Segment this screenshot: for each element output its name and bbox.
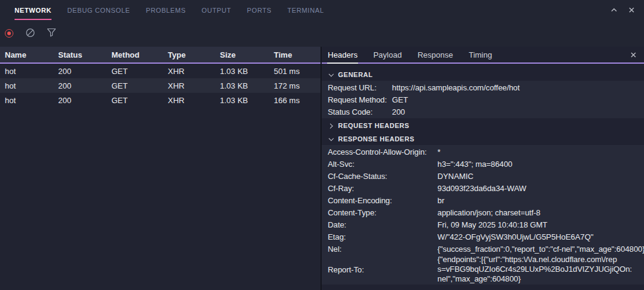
header-name: Date: xyxy=(328,220,437,229)
header-value: W/"422-OFgVyjSW3h0UjwL/G5P5HoE6A7Q" xyxy=(437,232,644,241)
table-cell: 200 xyxy=(58,81,111,90)
table-header-row: NameStatusMethodTypeSizeTime xyxy=(0,47,320,64)
maximize-panel-button[interactable] xyxy=(610,6,618,14)
close-panel-button[interactable] xyxy=(628,6,636,14)
record-button[interactable] xyxy=(4,29,14,38)
header-row: Nel:{"success_fraction":0,"report_to":"c… xyxy=(322,243,644,255)
header-value: br xyxy=(437,196,644,205)
requests-table: NameStatusMethodTypeSizeTime hot200GETXH… xyxy=(0,47,322,290)
header-row: Content-Encoding:br xyxy=(322,194,644,206)
header-row: Alt-Svc:h3=":443"; ma=86400 xyxy=(322,158,644,170)
section-title: REQUEST HEADERS xyxy=(338,122,410,129)
table-row[interactable]: hot200GETXHR1.03 KB172 ms xyxy=(0,78,320,93)
header-name: Cf-Cache-Status: xyxy=(328,172,437,181)
panel-actions xyxy=(610,0,636,20)
header-name: Access-Control-Allow-Origin: xyxy=(328,147,437,157)
details-tab-response[interactable]: Response xyxy=(417,47,454,64)
tab-problems[interactable]: PROBLEMS xyxy=(146,0,186,20)
header-row: Request Method:GET xyxy=(322,93,644,106)
section-header-general[interactable]: GENERAL xyxy=(322,68,644,81)
header-value: 200 xyxy=(392,107,644,116)
details-tabs: HeadersPayloadResponseTiming xyxy=(327,47,507,62)
header-name: Cf-Ray: xyxy=(328,184,437,193)
table-cell: GET xyxy=(111,96,168,105)
tab-terminal[interactable]: TERMINAL xyxy=(287,0,324,20)
circle-slash-icon xyxy=(25,28,35,39)
tab-ports[interactable]: PORTS xyxy=(247,0,272,20)
table-cell: 172 ms xyxy=(274,81,320,90)
header-row: Report-To:{"endpoints":[{"url":"https:\/… xyxy=(322,255,644,284)
section-title: GENERAL xyxy=(338,71,373,78)
header-value: * xyxy=(437,147,644,157)
table-cell: 1.03 KB xyxy=(220,81,274,90)
header-value: {"success_fraction":0,"report_to":"cf-ne… xyxy=(437,244,644,254)
record-icon xyxy=(5,29,13,38)
details-tab-headers[interactable]: Headers xyxy=(327,47,358,64)
header-value-line: nel","max_age":604800} xyxy=(437,274,644,284)
close-icon xyxy=(629,51,637,59)
table-cell: 1.03 KB xyxy=(220,67,274,76)
header-row: Cf-Cache-Status:DYNAMIC xyxy=(322,170,644,182)
header-row: Request URL:https://api.sampleapis.com/c… xyxy=(322,81,644,93)
column-header-type: Type xyxy=(168,50,220,59)
table-cell: 501 ms xyxy=(274,67,320,76)
column-header-status: Status xyxy=(58,50,111,59)
header-value: {"endpoints":[{"url":"https:\/\/a.nel.cl… xyxy=(437,255,644,284)
close-details-button[interactable] xyxy=(629,47,637,62)
table-cell: 166 ms xyxy=(274,96,320,105)
table-cell: hot xyxy=(5,67,58,76)
header-row: Content-Type:application/json; charset=u… xyxy=(322,206,644,218)
header-value: GET xyxy=(392,95,644,104)
header-row: Access-Control-Allow-Origin:* xyxy=(322,146,644,158)
devtools-bottom-panel: NETWORKDEBUG CONSOLEPROBLEMSOUTPUTPORTST… xyxy=(0,0,644,290)
table-row[interactable]: hot200GETXHR1.03 KB501 ms xyxy=(0,64,320,78)
table-row[interactable]: hot200GETXHR1.03 KB166 ms xyxy=(0,93,320,107)
column-header-name: Name xyxy=(5,50,58,59)
chevron-down-icon xyxy=(328,72,333,76)
table-cell: hot xyxy=(5,96,58,105)
header-value: DYNAMIC xyxy=(437,172,644,181)
section-general: GENERALRequest URL:https://api.sampleapi… xyxy=(322,68,644,118)
section-request-headers: REQUEST HEADERS xyxy=(322,119,644,132)
table-cell: GET xyxy=(111,81,168,90)
tab-debug-console[interactable]: DEBUG CONSOLE xyxy=(67,0,130,20)
tab-network[interactable]: NETWORK xyxy=(15,0,51,20)
section-header-request-headers[interactable]: REQUEST HEADERS xyxy=(322,119,644,132)
table-body: hot200GETXHR1.03 KB501 mshot200GETXHR1.0… xyxy=(0,64,320,107)
network-toolbar xyxy=(0,20,644,47)
header-name: Request URL: xyxy=(328,83,392,92)
filter-button[interactable] xyxy=(47,29,56,38)
request-details-panel: HeadersPayloadResponseTiming GENERALRequ… xyxy=(322,47,644,290)
panel-tab-bar: NETWORKDEBUG CONSOLEPROBLEMSOUTPUTPORTST… xyxy=(0,0,644,20)
column-header-time: Time xyxy=(274,50,320,59)
header-name: Request Method: xyxy=(328,95,392,104)
table-cell: 200 xyxy=(58,67,111,76)
details-tab-timing[interactable]: Timing xyxy=(468,47,493,64)
table-cell: GET xyxy=(111,67,168,76)
table-cell: XHR xyxy=(168,67,220,76)
header-name: Content-Encoding: xyxy=(328,196,437,205)
header-name: Etag: xyxy=(328,232,437,241)
table-cell: XHR xyxy=(168,96,220,105)
chevron-right-icon xyxy=(328,123,333,128)
header-value-line: {"endpoints":[{"url":"https:\/\/a.nel.cl… xyxy=(437,255,644,265)
section-response-headers: RESPONSE HEADERSAccess-Control-Allow-Ori… xyxy=(322,132,644,285)
header-value: 93d093f23da6da34-WAW xyxy=(437,184,644,193)
details-tab-payload[interactable]: Payload xyxy=(373,47,402,64)
header-name: Nel: xyxy=(328,244,437,254)
column-header-size: Size xyxy=(220,50,274,59)
header-name: Alt-Svc: xyxy=(328,160,437,169)
tab-output[interactable]: OUTPUT xyxy=(202,0,231,20)
header-value-line: s=vFBG9bqUZIo6Cr4s29LUxP%2BoJ1dVIZYJUGji… xyxy=(437,265,644,274)
header-row: Date:Fri, 09 May 2025 10:40:18 GMT xyxy=(322,218,644,231)
table-cell: 1.03 KB xyxy=(220,96,274,105)
chevron-down-icon xyxy=(328,136,333,141)
panel-tabs: NETWORKDEBUG CONSOLEPROBLEMSOUTPUTPORTST… xyxy=(15,0,340,20)
clear-button[interactable] xyxy=(25,29,35,38)
section-header-response-headers[interactable]: RESPONSE HEADERS xyxy=(322,132,644,145)
details-body: GENERALRequest URL:https://api.sampleapi… xyxy=(322,64,644,290)
header-value: application/json; charset=utf-8 xyxy=(437,208,644,217)
panel-content: NameStatusMethodTypeSizeTime hot200GETXH… xyxy=(0,47,644,290)
table-cell: XHR xyxy=(168,81,220,90)
header-name: Content-Type: xyxy=(328,208,437,217)
